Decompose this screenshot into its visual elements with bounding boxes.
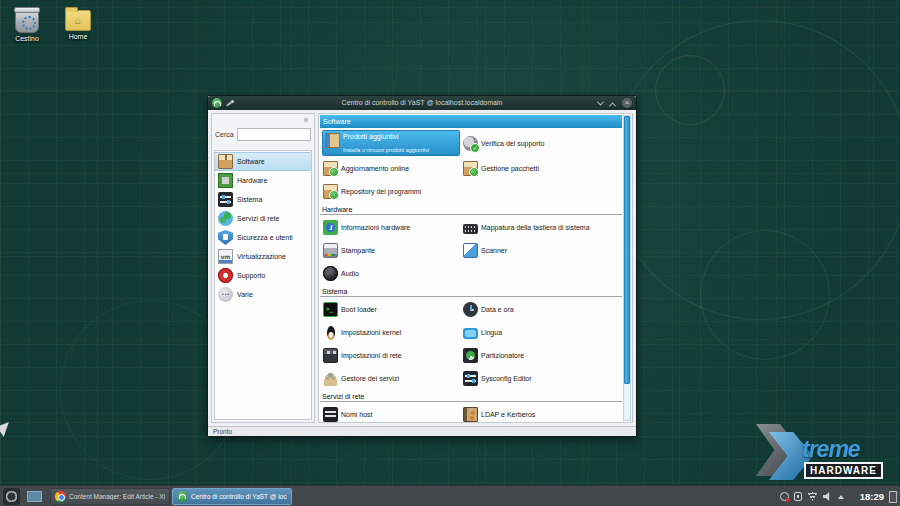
tile-ldap-e-kerberos[interactable]: LDAP e Kerberos	[462, 404, 620, 422]
sidebar-item-label: Sistema	[237, 196, 262, 203]
bootloader-icon	[323, 302, 338, 317]
close-button[interactable]	[622, 98, 632, 108]
sysconfig-icon	[463, 371, 478, 386]
task-centro-di-controllo-di-yast-local[interactable]: Centro di controllo di YaST @ local...	[172, 488, 292, 505]
device-notifier-icon[interactable]	[794, 492, 802, 501]
section-grid-software: Prodotti aggiuntiviInstalla o rimuovi pr…	[322, 130, 620, 202]
show-desktop-button[interactable]	[888, 489, 898, 504]
tile-mappatura-della-tastiera-di-sistema[interactable]: Mappatura della tastiera di sistema	[462, 217, 620, 238]
chip-icon	[218, 173, 233, 188]
tile-verifica-del-supporto[interactable]: Verifica del supporto	[462, 130, 620, 156]
app-launcher-button[interactable]	[3, 488, 20, 505]
update-package-icon	[323, 161, 338, 176]
tile-label: Informazioni hardware	[341, 224, 410, 231]
scrollbar[interactable]	[623, 115, 631, 421]
volume-icon[interactable]	[823, 492, 833, 501]
network-icon	[323, 348, 338, 363]
search-input[interactable]	[237, 128, 311, 141]
window-body: Cerca SoftwareHardwareSistemaServizi di …	[208, 110, 636, 426]
dots-icon	[218, 287, 233, 302]
tile-label: LDAP e Kerberos	[481, 411, 535, 418]
xtremehardware-logo: treme HARDWARE	[756, 422, 894, 480]
partition-icon	[463, 348, 478, 363]
yast-window-icon	[212, 98, 222, 108]
tile-gestore-dei-servizi[interactable]: Gestore dei servizi	[322, 368, 460, 389]
desktop-icon-label: Home	[51, 33, 105, 40]
sidebar-item-virtualizzazione[interactable]: Virtualizzazione	[215, 247, 311, 266]
sidebar-item-software[interactable]: Software	[215, 152, 311, 171]
status-bar: Pronto	[208, 426, 636, 436]
desktop-icon-home[interactable]: Home	[51, 7, 105, 40]
repository-icon	[323, 184, 338, 199]
mouse-cursor	[0, 422, 9, 437]
tile-label: Boot loader	[341, 306, 377, 313]
addon-package-icon	[325, 133, 340, 148]
sidebar-item-label: Sicurezza e utenti	[237, 234, 293, 241]
logo-treme-text: treme	[802, 436, 860, 463]
titlebar[interactable]: Centro di controllo di YaST @ localhost.…	[208, 96, 636, 110]
tile-impostazioni-kernel[interactable]: Impostazioni kernel	[322, 322, 460, 343]
tile-label: Data e ora	[481, 306, 514, 313]
maximize-button[interactable]	[609, 102, 616, 109]
sidebar-item-label: Hardware	[237, 177, 267, 184]
tile-label: Scanner	[481, 247, 507, 254]
support-check-icon	[463, 136, 478, 151]
minimize-button[interactable]	[597, 98, 604, 105]
tile-label: Gestione pacchetti	[481, 165, 539, 172]
tile-data-e-ora[interactable]: Data e ora	[462, 299, 620, 320]
sidebar-item-varie[interactable]: Varie	[215, 285, 311, 304]
yast-icon	[177, 491, 188, 502]
task-list: Content Manager: Edit Article - Xtr...Ce…	[50, 488, 292, 505]
package-icon	[218, 154, 233, 169]
sidebar: Cerca SoftwareHardwareSistemaServizi di …	[211, 113, 315, 423]
scrollbar-thumb[interactable]	[624, 116, 630, 384]
tile-stampante[interactable]: Stampante	[322, 240, 460, 261]
sidebar-item-sistema[interactable]: Sistema	[215, 190, 311, 209]
task-content-manager-edit-article-xtr[interactable]: Content Manager: Edit Article - Xtr...	[50, 488, 170, 505]
tile-aggiornamento-online[interactable]: Aggiornamento online	[322, 158, 460, 179]
virtual-desktop-pager[interactable]	[27, 491, 42, 502]
category-list: SoftwareHardwareSistemaServizi di reteSi…	[214, 150, 312, 420]
tile-boot-loader[interactable]: Boot loader	[322, 299, 460, 320]
tile-gestione-pacchetti[interactable]: Gestione pacchetti	[462, 158, 620, 179]
wifi-icon[interactable]	[807, 492, 818, 501]
tile-nomi-host[interactable]: Nomi host	[322, 404, 460, 422]
tile-label: Partizionatore	[481, 352, 524, 359]
task-label: Content Manager: Edit Article - Xtr...	[69, 493, 165, 500]
tile-impostazioni-di-rete[interactable]: Impostazioni di rete	[322, 345, 460, 366]
sidebar-item-servizi-di-rete[interactable]: Servizi di rete	[215, 209, 311, 228]
module-sections: SoftwareProdotti aggiuntiviInstalla o ri…	[320, 115, 622, 422]
tile-partizionatore[interactable]: Partizionatore	[462, 345, 620, 366]
section-header-sistema: Sistema	[320, 286, 622, 297]
tile-lingua[interactable]: Lingua	[462, 322, 620, 343]
section-grid-hardware: Informazioni hardwareMappatura della tas…	[322, 217, 620, 284]
sidebar-item-supporto[interactable]: Supporto	[215, 266, 311, 285]
sidebar-item-hardware[interactable]: Hardware	[215, 171, 311, 190]
tile-label: Verifica del supporto	[481, 140, 544, 147]
tile-text: Prodotti aggiuntiviInstalla o rimuovi pr…	[343, 133, 429, 153]
updates-icon[interactable]	[780, 492, 789, 501]
tile-repository-dei-programmi[interactable]: Repository dei programmi	[322, 181, 460, 202]
tile-prodotti-aggiuntivi[interactable]: Prodotti aggiuntiviInstalla o rimuovi pr…	[322, 130, 460, 156]
tile-label: Impostazioni kernel	[341, 329, 401, 336]
desktop-icon-cestino[interactable]: Cestino	[0, 7, 54, 42]
desktop: CestinoHome treme HARDWARE Centro di con…	[0, 0, 900, 506]
tile-informazioni-hardware[interactable]: Informazioni hardware	[322, 217, 460, 238]
expand-tray-icon[interactable]	[838, 492, 844, 499]
sidebar-item-label: Supporto	[237, 272, 265, 279]
tile-audio[interactable]: Audio	[322, 263, 460, 284]
tile-scanner[interactable]: Scanner	[462, 240, 620, 261]
chrome-icon	[55, 491, 66, 502]
tile-label: Impostazioni di rete	[341, 352, 402, 359]
clock[interactable]: 18:29	[860, 486, 884, 506]
lifebuoy-icon	[218, 268, 233, 283]
tile-label: Gestore dei servizi	[341, 375, 399, 382]
pin-icon[interactable]	[226, 99, 234, 108]
printer-icon	[323, 243, 338, 258]
tile-sysconfig-editor[interactable]: Sysconfig Editor	[462, 368, 620, 389]
sliders-icon	[218, 192, 233, 207]
globe-icon	[218, 211, 233, 226]
section-header-hardware: Hardware	[320, 204, 622, 215]
sidebar-item-sicurezza-e-utenti[interactable]: Sicurezza e utenti	[215, 228, 311, 247]
launcher-icon	[5, 490, 18, 503]
